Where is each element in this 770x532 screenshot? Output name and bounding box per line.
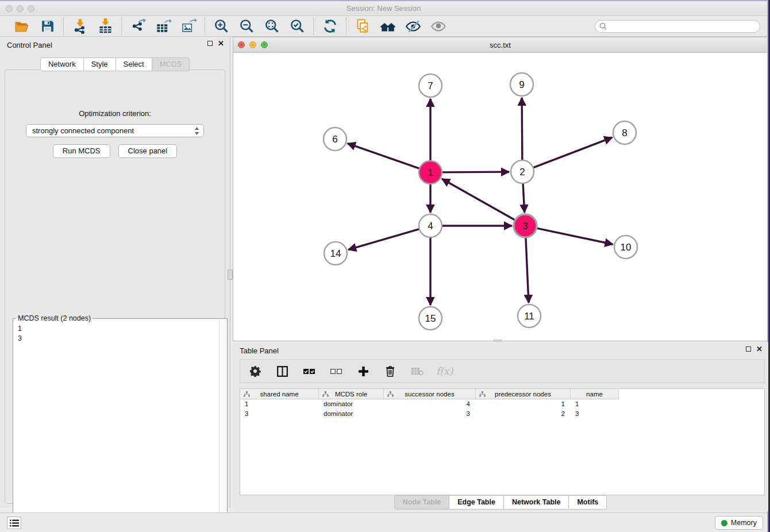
tab-mcds[interactable]: MCDS — [152, 57, 190, 71]
columns-icon[interactable] — [274, 363, 290, 379]
task-history-button[interactable] — [7, 516, 21, 529]
node-label-11: 11 — [524, 311, 534, 322]
column-header-successor-nodes[interactable]: successor nodes — [384, 389, 476, 399]
edge-3-11[interactable] — [526, 237, 529, 303]
edge-4-14[interactable] — [348, 229, 419, 250]
hierarchy-icon — [244, 391, 250, 397]
column-header-MCDS-role[interactable]: MCDS role — [319, 389, 384, 399]
import-table-icon[interactable] — [97, 18, 113, 34]
tab-style[interactable]: Style — [84, 57, 116, 71]
zoom-out-icon[interactable] — [238, 18, 255, 34]
hierarchy-icon — [387, 391, 394, 397]
horizontal-splitter-handle[interactable] — [494, 340, 502, 342]
import-network-icon[interactable] — [72, 18, 88, 34]
save-session-icon[interactable] — [39, 18, 55, 34]
show-all-icon[interactable] — [430, 18, 446, 34]
list-icon — [10, 519, 19, 527]
table-row[interactable]: 1dominator411 — [240, 399, 764, 409]
trash-icon[interactable] — [382, 363, 398, 379]
add-icon[interactable] — [355, 363, 371, 379]
search-icon — [599, 22, 607, 30]
table-cell: 1 — [571, 399, 619, 409]
search-field[interactable] — [595, 20, 760, 33]
optimization-criterion-value: strongly connected component — [32, 126, 134, 135]
node-label-15: 15 — [425, 313, 436, 324]
node-table[interactable]: shared nameMCDS rolesuccessor nodesprede… — [240, 388, 765, 495]
search-input[interactable] — [610, 22, 760, 30]
control-panel-tabs: NetworkStyleSelectMCDS — [0, 57, 230, 71]
node-label-3: 3 — [522, 221, 528, 232]
edge-3-1[interactable] — [442, 179, 515, 220]
network-graph[interactable]: 1234678910111415 — [233, 53, 767, 341]
close-panel-button[interactable]: Close panel — [118, 144, 178, 158]
tab-network[interactable]: Network — [40, 57, 84, 71]
main-titlebar: Session: New Session — [0, 1, 767, 16]
table-cell: 4 — [384, 399, 476, 409]
export-image-icon[interactable] — [180, 18, 197, 34]
export-table-icon[interactable] — [155, 18, 171, 34]
node-label-8: 8 — [622, 128, 627, 138]
window-title: Session: New Session — [0, 4, 767, 13]
table-tabs: Node TableEdge TableNetwork TableMotifs — [233, 495, 768, 510]
status-bar: Memory — [0, 512, 767, 532]
node-label-4: 4 — [428, 221, 433, 232]
tab-select[interactable]: Select — [116, 57, 152, 71]
hide-selected-icon[interactable] — [405, 18, 421, 34]
zoom-selected-icon[interactable] — [289, 18, 305, 34]
memory-button[interactable]: Memory — [715, 516, 763, 530]
edge-2-9[interactable] — [522, 98, 522, 160]
memory-label: Memory — [731, 519, 757, 527]
node-label-2: 2 — [519, 167, 525, 178]
edge-2-8[interactable] — [533, 137, 613, 168]
edge-1-2[interactable] — [442, 172, 509, 172]
refresh-icon[interactable] — [322, 18, 338, 34]
result-line: 3 — [18, 334, 222, 344]
result-scrollbar[interactable] — [219, 319, 226, 532]
select-all-icon[interactable] — [301, 363, 317, 379]
delete-table-icon — [409, 363, 425, 379]
edge-2-3[interactable] — [523, 183, 525, 213]
mcds-result-title: MCDS result (2 nodes) — [16, 314, 93, 322]
control-panel: Control Panel ✕ NetworkStyleSelectMCDS O… — [0, 37, 230, 508]
table-cell: 2 — [476, 409, 571, 419]
home-icon[interactable] — [380, 18, 396, 34]
gear-icon[interactable] — [247, 363, 263, 379]
vertical-splitter-handle[interactable] — [228, 269, 233, 280]
close-panel-icon[interactable]: ✕ — [218, 40, 224, 47]
node-label-9: 9 — [519, 79, 524, 90]
network-canvas[interactable]: 1234678910111415 — [233, 53, 767, 341]
export-network-icon[interactable] — [130, 18, 146, 34]
network-title: scc.txt — [233, 41, 767, 49]
table-row[interactable]: 3dominator323 — [240, 409, 764, 419]
zoom-fit-icon[interactable] — [264, 18, 280, 34]
tab-motifs[interactable]: Motifs — [569, 495, 607, 510]
main-toolbar — [0, 16, 767, 37]
zoom-in-icon[interactable] — [213, 18, 229, 34]
clone-network-icon[interactable] — [355, 18, 371, 34]
table-header-row: shared nameMCDS rolesuccessor nodesprede… — [240, 389, 764, 399]
open-session-icon[interactable] — [14, 18, 30, 34]
column-header-predecessor-nodes[interactable]: predecessor nodes — [476, 389, 571, 399]
float-panel-icon[interactable] — [207, 41, 213, 46]
column-header-name[interactable]: name — [571, 389, 619, 399]
edge-1-6[interactable] — [348, 144, 419, 169]
unselect-all-icon[interactable] — [328, 363, 344, 379]
table-panel-title: Table Panel — [240, 346, 279, 355]
edge-3-10[interactable] — [537, 228, 613, 244]
function-icon: f(x) — [436, 365, 453, 377]
tab-edge-table[interactable]: Edge Table — [449, 495, 504, 510]
mcds-result-box: MCDS result (2 nodes) 13 — [13, 318, 228, 532]
optimization-criterion-label: Optimization criterion: — [5, 109, 225, 118]
node-label-1: 1 — [428, 167, 433, 178]
tab-network-table[interactable]: Network Table — [504, 495, 569, 510]
node-label-6: 6 — [332, 134, 337, 145]
optimization-criterion-select[interactable]: strongly connected component — [26, 124, 204, 137]
run-mcds-button[interactable]: Run MCDS — [53, 144, 110, 158]
table-toolbar: f(x) — [240, 359, 765, 383]
app-window: Session: New Session — [0, 0, 768, 532]
table-cell: 3 — [571, 409, 619, 419]
tab-node-table[interactable]: Node Table — [394, 495, 449, 510]
column-header-shared-name[interactable]: shared name — [240, 389, 319, 399]
float-table-panel-icon[interactable] — [746, 346, 751, 352]
close-table-panel-icon[interactable]: ✕ — [756, 346, 763, 352]
